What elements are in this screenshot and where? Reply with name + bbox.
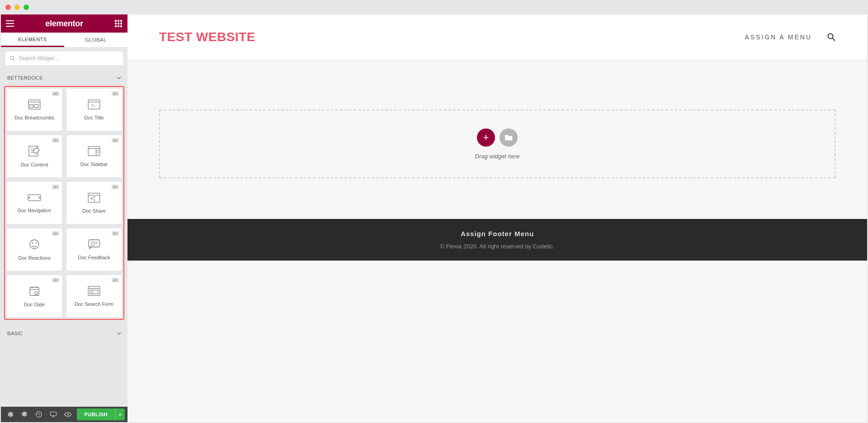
category-basic[interactable]: BASIC xyxy=(1,325,127,342)
svg-rect-5 xyxy=(120,23,122,24)
window-close-icon[interactable] xyxy=(5,5,11,10)
widget-search-form[interactable]: BDDoc Search Form xyxy=(66,275,122,317)
publish-options[interactable] xyxy=(115,409,125,420)
header-right: ASSIGN A MENU xyxy=(745,33,835,41)
svg-rect-14 xyxy=(34,105,38,107)
gear-icon xyxy=(6,411,14,418)
publish-button[interactable]: PUBLISH xyxy=(77,409,125,420)
assign-menu-link[interactable]: ASSIGN A MENU xyxy=(745,33,812,41)
add-section-button[interactable]: + xyxy=(477,128,495,147)
menu-button[interactable] xyxy=(5,19,14,28)
elementor-panel: elementor ELEMENTS GLOBAL BETTERDOCS xyxy=(1,14,127,422)
widget-sidebar[interactable]: BDDoc Sidebar xyxy=(66,135,122,177)
svg-line-53 xyxy=(93,292,93,293)
widget-share[interactable]: BDDoc Share xyxy=(66,182,122,224)
svg-rect-3 xyxy=(115,23,117,24)
widget-title[interactable]: BDT=Doc Title xyxy=(66,89,122,131)
tab-elements[interactable]: ELEMENTS xyxy=(1,33,64,47)
brand-title: elementor xyxy=(45,19,83,29)
chevron-up-icon xyxy=(118,413,122,416)
widget-date[interactable]: BDDoc Date xyxy=(7,275,62,317)
svg-line-35 xyxy=(92,199,94,200)
widgets-highlight-box: BDDoc BreadcrumbsBDT=Doc TitleBDDoc Cont… xyxy=(4,86,124,320)
widget-badge: BD xyxy=(112,231,119,236)
widget-badge: BD xyxy=(112,138,119,143)
widget-badge: BD xyxy=(52,278,59,282)
navigator-button[interactable] xyxy=(18,408,31,421)
site-header: TEST WEBSITE ASSIGN A MENU xyxy=(127,14,867,60)
publish-label: PUBLISH xyxy=(77,412,115,417)
history-button[interactable] xyxy=(33,408,45,421)
site-footer: Assign Footer Menu © Flexia 2020. All ri… xyxy=(127,219,867,261)
svg-rect-28 xyxy=(28,195,41,200)
search-icon xyxy=(827,33,835,41)
settings-button[interactable] xyxy=(4,408,16,421)
widget-badge: BD xyxy=(52,231,59,236)
empty-section-dropzone[interactable]: + Drag widget here xyxy=(159,109,835,178)
footer-menu-link[interactable]: Assign Footer Menu xyxy=(127,230,867,238)
widget-content[interactable]: BDDoc Content xyxy=(7,135,62,177)
widget-label: Doc Search Form xyxy=(75,301,113,307)
widget-label: Doc Feedback xyxy=(78,255,110,260)
svg-rect-0 xyxy=(115,20,117,22)
svg-line-57 xyxy=(833,38,835,41)
svg-point-56 xyxy=(828,34,833,39)
window-maximize-icon[interactable] xyxy=(24,5,29,10)
title-icon: T= xyxy=(88,100,100,109)
widget-badge: BD xyxy=(112,91,119,96)
preview-canvas[interactable]: TEST WEBSITE ASSIGN A MENU + Drag widget… xyxy=(127,14,867,422)
svg-line-10 xyxy=(13,59,14,61)
widget-label: Doc Navigation xyxy=(18,208,52,213)
plus-icon: + xyxy=(483,132,489,143)
widget-label: Doc Date xyxy=(24,302,45,307)
tab-global[interactable]: GLOBAL xyxy=(64,33,127,47)
site-title[interactable]: TEST WEBSITE xyxy=(159,30,255,44)
widget-breadcrumbs[interactable]: BDDoc Breadcrumbs xyxy=(7,89,62,131)
widget-label: Doc Content xyxy=(20,162,48,167)
svg-rect-54 xyxy=(50,412,56,416)
category-label: BASIC xyxy=(7,331,23,336)
widget-feedback[interactable]: BDDoc Feedback xyxy=(66,228,122,271)
app-shell: elementor ELEMENTS GLOBAL BETTERDOCS xyxy=(0,14,868,423)
add-template-button[interactable] xyxy=(500,128,518,147)
search-wrap xyxy=(1,47,127,70)
header-search-button[interactable] xyxy=(827,33,835,41)
history-icon xyxy=(35,411,42,418)
svg-line-34 xyxy=(92,197,94,198)
svg-point-37 xyxy=(32,242,33,243)
grid-icon xyxy=(115,20,122,27)
svg-rect-8 xyxy=(120,25,122,27)
svg-point-55 xyxy=(67,413,69,415)
responsive-button[interactable] xyxy=(47,408,60,421)
category-label: BETTERDOCS xyxy=(7,75,42,81)
preview-button[interactable] xyxy=(61,408,74,421)
widget-badge: BD xyxy=(52,91,59,96)
svg-rect-29 xyxy=(88,193,100,202)
layers-icon xyxy=(21,411,28,418)
svg-text:T=: T= xyxy=(91,104,96,108)
panel-header: elementor xyxy=(1,14,127,33)
window-minimize-icon[interactable] xyxy=(14,5,20,10)
widget-badge: BD xyxy=(112,278,119,282)
svg-rect-39 xyxy=(89,240,99,247)
widget-reactions[interactable]: BDDoc Reactions xyxy=(7,228,62,271)
apps-button[interactable] xyxy=(114,19,123,28)
category-betterdocs[interactable]: BETTERDOCS xyxy=(1,70,127,86)
search-input[interactable] xyxy=(19,55,118,62)
svg-rect-7 xyxy=(118,25,119,27)
navigation-icon xyxy=(28,193,41,202)
search-box[interactable] xyxy=(5,52,123,65)
widget-navigation[interactable]: BDDoc Navigation xyxy=(7,182,62,224)
hamburger-icon xyxy=(6,20,14,27)
svg-point-52 xyxy=(91,291,93,293)
drop-actions: + xyxy=(477,128,518,147)
svg-rect-2 xyxy=(120,20,122,22)
svg-rect-13 xyxy=(30,105,33,107)
widget-badge: BD xyxy=(112,185,119,189)
widget-label: Doc Breadcrumbs xyxy=(14,115,54,120)
svg-point-9 xyxy=(10,57,14,60)
breadcrumbs-icon xyxy=(28,100,41,109)
panel-footer: PUBLISH xyxy=(1,407,127,422)
widget-badge: BD xyxy=(52,138,59,143)
search-form-icon xyxy=(88,286,100,296)
